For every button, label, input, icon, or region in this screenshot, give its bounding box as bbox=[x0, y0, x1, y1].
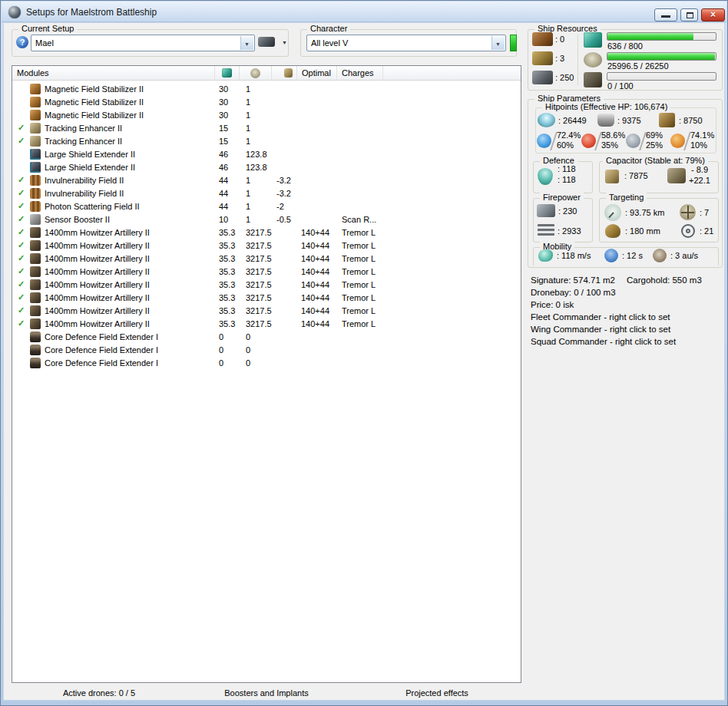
artillery-icon bbox=[30, 227, 41, 238]
active-drones-section[interactable]: Active drones: 0 / 5 bbox=[63, 688, 135, 698]
module-cpu: 35.3 bbox=[219, 241, 235, 250]
module-name: Large Shield Extender II bbox=[45, 163, 135, 172]
title-bar[interactable]: Setups for Maelstrom Battleship × bbox=[2, 2, 726, 22]
close-button[interactable]: × bbox=[701, 8, 725, 21]
module-row[interactable]: Core Defence Field Extender I00 bbox=[12, 344, 521, 357]
module-powergrid: 1 bbox=[246, 137, 250, 146]
header-modules[interactable]: Modules bbox=[12, 66, 215, 81]
module-powergrid: 3217.5 bbox=[246, 319, 272, 328]
module-powergrid: 1 bbox=[246, 124, 250, 133]
help-icon[interactable]: ? bbox=[16, 36, 28, 48]
module-powergrid: 3217.5 bbox=[246, 254, 272, 263]
active-check-icon[interactable]: ✓ bbox=[18, 136, 25, 146]
armor-resist-value: 25% bbox=[646, 140, 663, 150]
commander-slot-text[interactable]: Wing Commander - right click to set bbox=[531, 325, 670, 334]
resource-bar-text: 636 / 800 bbox=[607, 41, 643, 51]
module-cpu: 30 bbox=[219, 97, 228, 107]
capacitor-icon bbox=[605, 170, 619, 183]
module-name: Magnetic Field Stabilizer II bbox=[45, 111, 144, 120]
module-optimal: 140+44 bbox=[301, 319, 329, 328]
ship-resources-group: Ship Resources : 0: 3: 250 636 / 8002599… bbox=[528, 29, 723, 91]
active-check-icon[interactable]: ✓ bbox=[18, 123, 25, 133]
header-charges[interactable]: Charges bbox=[337, 66, 383, 81]
commander-slot-text[interactable]: Squad Commander - right click to set bbox=[531, 337, 676, 346]
module-row[interactable]: Magnetic Field Stabilizer II301 bbox=[12, 83, 521, 96]
active-check-icon[interactable]: ✓ bbox=[18, 227, 25, 237]
slot-count: : 0 bbox=[555, 35, 564, 44]
module-row[interactable]: ✓1400mm Howitzer Artillery II35.33217.51… bbox=[12, 239, 521, 252]
module-row[interactable]: ✓1400mm Howitzer Artillery II35.33217.51… bbox=[12, 252, 521, 266]
commander-slot-text[interactable]: Fleet Commander - right click to set bbox=[531, 312, 670, 322]
module-cpu: 30 bbox=[219, 111, 228, 120]
shield-hp-value: : 26449 bbox=[558, 116, 587, 125]
module-optimal: 140+44 bbox=[301, 241, 329, 250]
module-row[interactable]: ✓Tracking Enhancer II151 bbox=[12, 135, 521, 148]
module-row[interactable]: Magnetic Field Stabilizer II301 bbox=[12, 96, 521, 109]
module-row[interactable]: ✓Tracking Enhancer II151 bbox=[12, 122, 521, 135]
capacitor-label: Capacitor (Stable at: 79%) bbox=[603, 156, 708, 165]
resource-bar-text: 25996.5 / 26250 bbox=[607, 61, 669, 71]
active-check-icon[interactable]: ✓ bbox=[18, 253, 25, 263]
powergrid-icon bbox=[584, 52, 602, 68]
module-name: 1400mm Howitzer Artillery II bbox=[45, 228, 150, 237]
header-cpu[interactable] bbox=[215, 66, 240, 81]
active-check-icon[interactable]: ✓ bbox=[18, 240, 25, 250]
module-row[interactable]: ✓1400mm Howitzer Artillery II35.33217.51… bbox=[12, 318, 521, 331]
module-row[interactable]: Large Shield Extender II46123.8 bbox=[12, 161, 521, 174]
active-check-icon[interactable]: ✓ bbox=[18, 292, 25, 302]
active-check-icon[interactable]: ✓ bbox=[18, 266, 25, 276]
turret-hardpoint-icon bbox=[532, 32, 553, 46]
module-row[interactable]: Magnetic Field Stabilizer II301 bbox=[12, 109, 521, 122]
module-charges: Tremor L bbox=[342, 254, 376, 263]
module-cap-use: -0.5 bbox=[276, 215, 291, 224]
active-check-icon[interactable]: ✓ bbox=[18, 188, 25, 198]
active-check-icon[interactable]: ✓ bbox=[18, 305, 25, 315]
dps-icon bbox=[538, 224, 554, 236]
explosive-resist-icon bbox=[670, 134, 685, 148]
setup-select[interactable]: Mael ▼ bbox=[31, 35, 255, 51]
active-check-icon[interactable]: ✓ bbox=[18, 318, 25, 328]
info-text: Dronebay: 0 / 100 m3 bbox=[531, 288, 616, 297]
module-powergrid: 123.8 bbox=[246, 150, 267, 159]
character-select[interactable]: All level V ▼ bbox=[306, 35, 506, 51]
module-optimal: 140+44 bbox=[301, 306, 329, 315]
maximize-button[interactable] bbox=[680, 8, 698, 21]
active-check-icon[interactable]: ✓ bbox=[18, 214, 25, 224]
module-name: Invulnerability Field II bbox=[45, 189, 124, 198]
volley-value: : 230 bbox=[558, 206, 577, 216]
setup-select-value: Mael bbox=[35, 38, 54, 48]
module-row[interactable]: ✓Sensor Booster II101-0.5Scan R... bbox=[12, 213, 521, 226]
projected-effects-section[interactable]: Projected effects bbox=[405, 688, 468, 698]
module-row[interactable]: ✓1400mm Howitzer Artillery II35.33217.51… bbox=[12, 226, 521, 239]
setup-dropdown-button[interactable]: ▼ bbox=[240, 36, 253, 50]
module-row[interactable]: ✓1400mm Howitzer Artillery II35.33217.51… bbox=[12, 279, 521, 292]
shield-resist-value: 58.6% bbox=[601, 130, 625, 140]
active-check-icon[interactable]: ✓ bbox=[18, 201, 25, 211]
calibration-icon bbox=[532, 71, 553, 84]
module-row[interactable]: Large Shield Extender II46123.8 bbox=[12, 148, 521, 161]
module-row[interactable]: ✓1400mm Howitzer Artillery II35.33217.51… bbox=[12, 266, 521, 279]
structure-hp-value: : 8750 bbox=[679, 116, 703, 125]
divider bbox=[577, 35, 578, 85]
active-check-icon[interactable]: ✓ bbox=[18, 279, 25, 289]
module-row[interactable]: ✓Invulnerability Field II441-3.2 bbox=[12, 174, 521, 187]
module-row[interactable]: Core Defence Field Extender I00 bbox=[12, 357, 521, 370]
module-row[interactable]: ✓1400mm Howitzer Artillery II35.33217.51… bbox=[12, 292, 521, 305]
module-row[interactable]: ✓Photon Scattering Field II441-2 bbox=[12, 200, 521, 213]
minimize-button[interactable] bbox=[654, 8, 677, 21]
module-powergrid: 0 bbox=[246, 345, 250, 355]
cargohold-text: Cargohold: 550 m3 bbox=[627, 275, 702, 285]
boosters-implants-section[interactable]: Boosters and Implants bbox=[224, 688, 308, 698]
character-dropdown-button[interactable]: ▼ bbox=[491, 36, 505, 50]
module-row[interactable]: ✓1400mm Howitzer Artillery II35.33217.51… bbox=[12, 305, 521, 318]
module-row[interactable]: Core Defence Field Extender I00 bbox=[12, 331, 521, 344]
active-check-icon[interactable]: ✓ bbox=[18, 175, 25, 185]
resource-bar bbox=[607, 72, 716, 81]
header-powergrid[interactable] bbox=[240, 66, 272, 81]
module-row[interactable]: ✓Invulnerability Field II441-3.2 bbox=[12, 187, 521, 200]
slot-count: : 250 bbox=[555, 73, 574, 82]
header-capacitor[interactable] bbox=[272, 66, 297, 81]
fitting-menu-button[interactable]: ▼ bbox=[258, 35, 287, 50]
modules-list[interactable]: Modules Optimal Charges Magnetic Field S… bbox=[12, 65, 521, 683]
header-optimal[interactable]: Optimal bbox=[297, 66, 337, 81]
